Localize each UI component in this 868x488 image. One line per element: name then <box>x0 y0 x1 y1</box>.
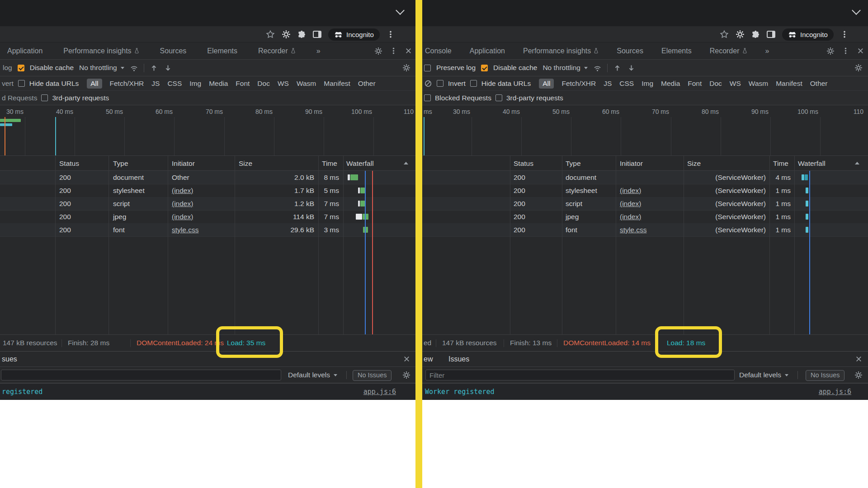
filter-pill-wasm[interactable]: Wasm <box>749 80 768 88</box>
import-har-icon[interactable] <box>613 64 622 72</box>
extension-icon[interactable] <box>282 30 291 39</box>
initiator-link[interactable]: (index) <box>620 210 641 223</box>
column-divider[interactable] <box>794 156 795 334</box>
preserve-log-checkbox[interactable] <box>424 65 431 71</box>
filter-pill-all[interactable]: All <box>539 79 554 89</box>
column-header-initiator[interactable]: Initiator <box>620 156 643 171</box>
console-settings-gear-icon[interactable] <box>402 371 410 379</box>
disable-cache-checkbox[interactable] <box>481 65 488 71</box>
close-drawer-icon[interactable] <box>855 355 863 363</box>
filter-pill-fetch-xhr[interactable]: Fetch/XHR <box>561 80 596 88</box>
browser-menu-icon[interactable] <box>840 30 849 38</box>
disable-cache-checkbox[interactable] <box>18 65 24 71</box>
settings-gear-icon[interactable] <box>374 47 382 55</box>
column-header-size[interactable]: Size <box>239 156 252 171</box>
no-issues-button[interactable]: No Issues <box>353 370 392 381</box>
close-icon[interactable] <box>857 47 864 55</box>
filter-pill-other[interactable]: Other <box>810 80 828 88</box>
request-row[interactable]: 200 font style.css (ServiceWorker) 1 ms <box>422 223 868 237</box>
initiator-link[interactable]: (index) <box>620 184 641 197</box>
column-header-status[interactable]: Status <box>59 156 79 171</box>
filter-pill-doc[interactable]: Doc <box>709 80 722 88</box>
request-row[interactable]: 200 script (index) 1.2 kB 7 ms <box>0 197 416 211</box>
column-divider[interactable] <box>343 156 344 334</box>
request-row[interactable]: 200 stylesheet (index) (ServiceWorker) 1… <box>422 184 868 197</box>
column-divider[interactable] <box>55 156 56 334</box>
network-conditions-icon[interactable] <box>130 64 138 72</box>
tab-performance-insights[interactable]: Performance insights <box>63 47 139 55</box>
tab-performance-insights[interactable]: Performance insights <box>523 47 599 55</box>
filter-pill-manifest[interactable]: Manifest <box>324 80 350 88</box>
third-party-checkbox[interactable] <box>41 94 48 101</box>
initiator-link[interactable]: (index) <box>620 197 641 210</box>
tab-application[interactable]: Application <box>470 47 505 55</box>
chevron-down-icon[interactable] <box>852 6 861 15</box>
column-header-waterfall[interactable]: Waterfall <box>346 156 374 171</box>
column-header-time[interactable]: Time <box>322 156 337 171</box>
throttling-select[interactable]: No throttling <box>79 64 124 72</box>
devtools-menu-icon[interactable] <box>390 47 397 55</box>
console-filter-input[interactable] <box>1 370 281 380</box>
filter-pill-font[interactable]: Font <box>236 80 250 88</box>
column-divider[interactable] <box>616 156 616 334</box>
request-row[interactable]: 200 jpeg (index) 114 kB 7 ms <box>0 210 416 224</box>
devtools-menu-icon[interactable] <box>842 47 849 55</box>
filter-pill-js[interactable]: JS <box>151 80 160 88</box>
tab-elements[interactable]: Elements <box>207 47 237 55</box>
request-row[interactable]: 200 stylesheet (index) 1.7 kB 5 ms <box>0 184 416 197</box>
drawer-tab-partial[interactable]: ew <box>424 352 433 367</box>
filter-pill-media[interactable]: Media <box>209 80 228 88</box>
filter-pill-manifest[interactable]: Manifest <box>776 80 802 88</box>
tab-sources[interactable]: Sources <box>160 47 187 55</box>
settings-gear-icon[interactable] <box>826 47 835 55</box>
tab-recorder[interactable]: Recorder <box>258 47 296 55</box>
column-divider[interactable] <box>562 156 562 334</box>
column-header-waterfall[interactable]: Waterfall <box>798 156 826 171</box>
close-drawer-icon[interactable] <box>403 355 410 363</box>
request-row[interactable]: 200 script (index) (ServiceWorker) 1 ms <box>422 197 868 211</box>
tab-elements[interactable]: Elements <box>661 47 692 55</box>
filter-pill-all[interactable]: All <box>87 79 102 89</box>
chevron-down-icon[interactable] <box>396 6 405 15</box>
console-source-link[interactable]: app.js:6 <box>819 384 851 400</box>
filter-pill-wasm[interactable]: Wasm <box>297 80 316 88</box>
request-row[interactable]: 200 font style.css 29.6 kB 3 ms <box>0 223 416 237</box>
filter-pill-css[interactable]: CSS <box>619 80 634 88</box>
initiator-link[interactable]: (index) <box>172 197 193 210</box>
export-har-icon[interactable] <box>164 64 172 72</box>
bookmark-star-icon[interactable] <box>720 30 729 39</box>
filter-pill-img[interactable]: Img <box>189 80 201 88</box>
extensions-puzzle-icon[interactable] <box>751 30 760 39</box>
initiator-link[interactable]: (index) <box>172 210 193 223</box>
tab-recorder[interactable]: Recorder <box>710 47 747 55</box>
column-divider[interactable] <box>510 156 510 334</box>
filter-pill-ws[interactable]: WS <box>278 80 289 88</box>
column-divider[interactable] <box>684 156 684 334</box>
filter-pill-font[interactable]: Font <box>688 80 702 88</box>
column-header-type[interactable]: Type <box>113 156 128 171</box>
filter-pill-img[interactable]: Img <box>642 80 653 88</box>
column-header-type[interactable]: Type <box>566 156 581 171</box>
column-divider[interactable] <box>108 156 109 334</box>
network-settings-gear-icon[interactable] <box>402 64 410 72</box>
initiator-link[interactable]: style.css <box>172 223 198 236</box>
column-divider[interactable] <box>769 156 770 334</box>
browser-menu-icon[interactable] <box>387 30 395 38</box>
filter-pill-fetch-xhr[interactable]: Fetch/XHR <box>110 80 144 88</box>
network-conditions-icon[interactable] <box>593 64 602 72</box>
column-divider[interactable] <box>318 156 319 334</box>
filter-pill-js[interactable]: JS <box>604 80 612 88</box>
drawer-tab-issues-partial[interactable]: sues <box>2 352 17 367</box>
column-divider[interactable] <box>168 156 168 334</box>
log-levels-select[interactable]: Default levels <box>739 370 788 380</box>
column-header-initiator[interactable]: Initiator <box>172 156 195 171</box>
console-filter-input[interactable] <box>425 370 735 380</box>
clear-filter-icon[interactable] <box>424 80 432 88</box>
hide-data-urls-checkbox[interactable] <box>470 80 477 87</box>
third-party-checkbox[interactable] <box>495 94 502 101</box>
column-header-time[interactable]: Time <box>773 156 788 171</box>
tab-console[interactable]: Console <box>425 47 452 55</box>
filter-pill-ws[interactable]: WS <box>730 80 741 88</box>
extension-icon[interactable] <box>736 30 745 39</box>
log-levels-select[interactable]: Default levels <box>288 370 337 380</box>
